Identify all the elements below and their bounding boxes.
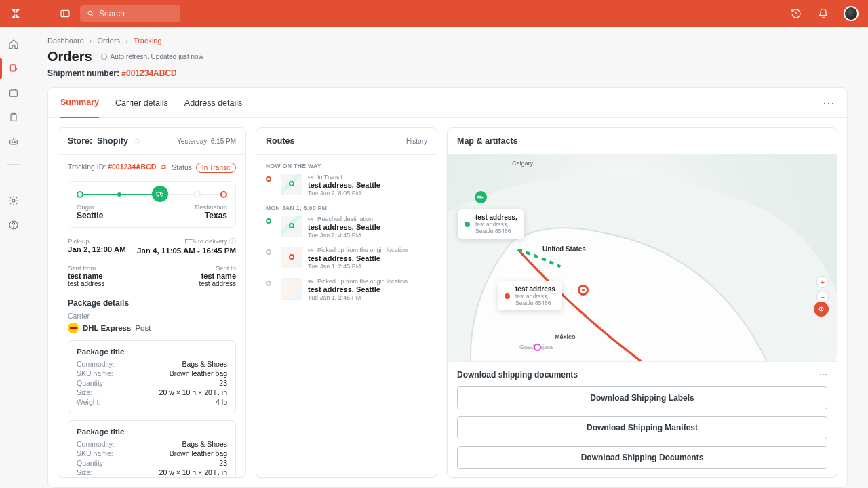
- svg-rect-29: [478, 196, 481, 198]
- copy-icon[interactable]: ⧉: [161, 163, 166, 171]
- download-labels-button[interactable]: Download Shipping Labels: [457, 386, 827, 409]
- downloads-title: Download shipping documents: [457, 370, 578, 380]
- route-item: Reached destination test address, Seattl…: [266, 216, 427, 239]
- star-icon[interactable]: ☆: [134, 136, 141, 146]
- map-origin-pin-icon: [475, 191, 487, 203]
- route-thumbnail: [281, 247, 302, 268]
- svg-rect-26: [309, 280, 311, 282]
- svg-point-24: [309, 251, 310, 251]
- package-details-title: Package details: [68, 298, 236, 308]
- svg-point-11: [12, 199, 15, 202]
- crumb-dashboard[interactable]: Dashboard: [47, 37, 84, 45]
- bell-icon[interactable]: [816, 7, 830, 20]
- status-badge: In Transit: [196, 163, 236, 173]
- search-icon: [87, 9, 95, 18]
- origin-city: Seattle: [77, 211, 103, 220]
- tab-summary[interactable]: Summary: [60, 88, 99, 118]
- nav-settings-icon[interactable]: [6, 193, 21, 208]
- panel-toggle-icon[interactable]: [57, 5, 73, 22]
- route-item: Picked up from the origin location test …: [266, 247, 427, 270]
- svg-point-19: [312, 178, 313, 178]
- tab-carrier-details[interactable]: Carrier details: [115, 89, 168, 117]
- map-recenter-icon[interactable]: [814, 302, 829, 317]
- route-dot-icon: [266, 176, 271, 182]
- svg-rect-20: [309, 218, 311, 220]
- download-documents-button[interactable]: Download Shipping Documents: [457, 446, 827, 469]
- shipment-number: Shipment number: #001234ABCD: [47, 68, 848, 78]
- route-item: In Transit test address, Seattle Tue Jan…: [266, 174, 427, 197]
- svg-rect-14: [157, 192, 161, 195]
- map-info-card: test address,test address,Seattle 85486: [458, 209, 524, 239]
- route-dot-icon: [266, 281, 271, 286]
- route-dot-icon: [266, 218, 271, 224]
- svg-rect-0: [61, 10, 69, 16]
- crumb-orders[interactable]: Orders: [98, 37, 121, 45]
- search-input[interactable]: [80, 5, 180, 22]
- nav-home-icon[interactable]: [6, 37, 21, 52]
- svg-point-9: [12, 142, 13, 143]
- breadcrumb: Dashboard › Orders › Tracking: [47, 37, 848, 45]
- downloads-more-icon[interactable]: ⋯: [819, 370, 827, 380]
- package-card: Package title Commodity:Bags & Shoes SKU…: [68, 340, 236, 413]
- pickup-time: Jan 2, 12:00 AM: [68, 245, 126, 253]
- nav-orders-icon[interactable]: [6, 61, 21, 76]
- svg-point-27: [309, 282, 310, 283]
- route-thumbnail: [281, 216, 302, 237]
- svg-rect-23: [309, 249, 311, 251]
- dhl-icon: [68, 323, 79, 333]
- eta-time: Jan 4, 11:05 AM - 16:45 PM: [137, 247, 236, 255]
- app-logo[interactable]: [9, 7, 22, 20]
- page-title: Orders: [47, 49, 92, 64]
- info-icon[interactable]: ⓘ: [229, 237, 236, 245]
- route-thumbnail: [281, 174, 302, 195]
- map-title: Map & artifacts: [457, 136, 518, 146]
- route-item: Picked up from the origin location test …: [266, 278, 427, 301]
- map-info-card: test addresstest address,Seattle 85486: [498, 281, 562, 310]
- svg-point-18: [309, 178, 310, 178]
- destination-city: Texas: [195, 211, 227, 220]
- svg-rect-17: [309, 176, 311, 178]
- svg-point-28: [312, 282, 313, 283]
- nav-catalog-icon[interactable]: [6, 85, 21, 100]
- map-zoom-in[interactable]: +: [816, 276, 829, 288]
- tab-address-details[interactable]: Address details: [184, 89, 242, 117]
- auto-refresh-note: Auto refresh. Updated just now: [100, 53, 203, 60]
- avatar[interactable]: [844, 6, 859, 21]
- svg-point-2: [88, 11, 92, 15]
- nav-bot-icon[interactable]: [6, 134, 21, 149]
- svg-point-15: [157, 195, 159, 197]
- map-bubble-icon: [534, 344, 541, 351]
- svg-point-31: [821, 308, 822, 310]
- tracking-id: #001234ABCD: [108, 163, 156, 171]
- truck-icon: [152, 186, 168, 202]
- map[interactable]: Calgary United States México Guadalajara…: [448, 154, 837, 361]
- svg-point-25: [312, 251, 313, 251]
- svg-point-10: [14, 142, 16, 143]
- svg-point-16: [161, 195, 163, 197]
- routes-history-link[interactable]: History: [406, 138, 427, 145]
- svg-rect-4: [10, 65, 15, 71]
- svg-rect-8: [10, 140, 18, 144]
- carrier-name: DHL Express: [83, 324, 131, 332]
- svg-point-21: [309, 220, 310, 220]
- history-icon[interactable]: [789, 7, 803, 20]
- crumb-tracking[interactable]: Tracking: [134, 37, 162, 45]
- map-dest-pin-icon: [578, 285, 589, 296]
- package-card: Package title Commodity:Bags & Shoes SKU…: [68, 420, 236, 477]
- store-timestamp: Yesterday: 6:15 PM: [177, 138, 236, 145]
- nav-clipboard-icon[interactable]: [6, 110, 21, 125]
- svg-rect-5: [10, 90, 18, 96]
- shipment-progress: OriginSeattle DestinationTexas: [68, 181, 236, 228]
- nav-help-icon[interactable]: [6, 218, 21, 232]
- route-dot-icon: [266, 249, 271, 255]
- tabs-more-icon[interactable]: ⋯: [823, 96, 835, 110]
- svg-line-3: [92, 15, 94, 17]
- routes-title: Routes: [266, 136, 294, 146]
- route-thumbnail: [281, 278, 302, 300]
- download-manifest-button[interactable]: Download Shipping Manifest: [457, 416, 827, 439]
- svg-point-22: [312, 220, 313, 220]
- svg-point-13: [14, 227, 14, 228]
